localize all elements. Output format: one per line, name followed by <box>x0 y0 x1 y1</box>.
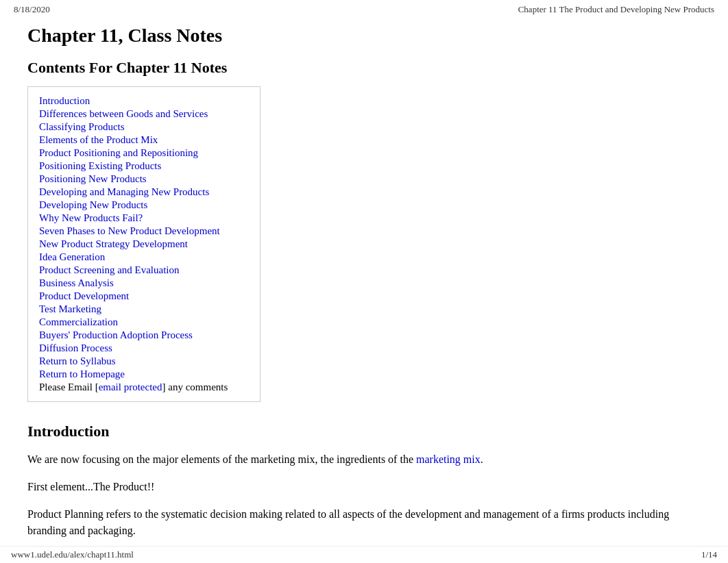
toc-item: Buyers' Production Adoption Process <box>39 329 249 341</box>
bottom-bar: www1.udel.edu/alex/chapt11.html 1/14 <box>0 546 728 563</box>
introduction-section: Introduction We are now focusing on the … <box>27 423 701 563</box>
toc-link[interactable]: Buyers' Production Adoption Process <box>39 329 193 340</box>
toc-link[interactable]: Diffusion Process <box>39 342 112 353</box>
toc-item: Positioning Existing Products <box>39 160 249 172</box>
toc-item: Developing and Managing New Products <box>39 186 249 198</box>
contents-title: Contents For Chapter 11 Notes <box>27 59 701 77</box>
toc-item: Introduction <box>39 95 249 107</box>
top-bar-title: Chapter 11 The Product and Developing Ne… <box>518 4 714 15</box>
toc-link[interactable]: Business Analysis <box>39 277 114 288</box>
toc-link[interactable]: Why New Products Fail? <box>39 212 143 223</box>
toc-item: Return to Syllabus <box>39 355 249 367</box>
toc-link[interactable]: Elements of the Product Mix <box>39 134 158 145</box>
toc-link[interactable]: Return to Syllabus <box>39 355 116 366</box>
toc-item: Product Positioning and Repositioning <box>39 147 249 159</box>
toc-item: Commercialization <box>39 316 249 328</box>
toc-item: Why New Products Fail? <box>39 212 249 224</box>
toc-list: IntroductionDifferences between Goods an… <box>39 95 249 380</box>
toc-link[interactable]: Product Development <box>39 290 129 301</box>
toc-email-line: Please Email [email protected] any comme… <box>39 381 249 393</box>
toc-link[interactable]: Positioning Existing Products <box>39 160 161 171</box>
toc-item: Business Analysis <box>39 277 249 289</box>
toc-item: Elements of the Product Mix <box>39 134 249 146</box>
toc-item: Developing New Products <box>39 199 249 211</box>
toc-link[interactable]: Introduction <box>39 95 90 106</box>
top-bar: 8/18/2020 Chapter 11 The Product and Dev… <box>0 0 728 18</box>
page-title: Chapter 11, Class Notes <box>27 25 701 47</box>
introduction-title: Introduction <box>27 423 701 440</box>
toc-link[interactable]: Product Screening and Evaluation <box>39 264 180 275</box>
toc-item: Classifying Products <box>39 121 249 133</box>
email-link[interactable]: email protected <box>99 381 162 392</box>
toc-link[interactable]: Product Positioning and Repositioning <box>39 147 198 158</box>
toc-link[interactable]: Commercialization <box>39 316 118 327</box>
page-indicator: 1/14 <box>701 549 717 560</box>
toc-item: Return to Homepage <box>39 368 249 380</box>
toc-link[interactable]: New Product Strategy Development <box>39 238 188 249</box>
toc-link[interactable]: Classifying Products <box>39 121 125 132</box>
toc-link[interactable]: Positioning New Products <box>39 173 147 184</box>
toc-link[interactable]: Developing New Products <box>39 199 147 210</box>
toc-item: Idea Generation <box>39 251 249 263</box>
toc-item: Seven Phases to New Product Development <box>39 225 249 237</box>
top-bar-date: 8/18/2020 <box>14 4 50 15</box>
intro-paragraph: First element...The Product!! <box>27 479 701 495</box>
toc-link[interactable]: Idea Generation <box>39 251 105 262</box>
toc-link[interactable]: Test Marketing <box>39 303 101 314</box>
email-prefix: Please Email [ <box>39 381 99 392</box>
toc-item: Diffusion Process <box>39 342 249 354</box>
toc-item: Test Marketing <box>39 303 249 315</box>
intro-paragraph: We are now focusing on the major element… <box>27 451 701 468</box>
toc-link[interactable]: Differences between Goods and Services <box>39 108 208 119</box>
toc-link[interactable]: Seven Phases to New Product Development <box>39 225 220 236</box>
toc-link[interactable]: Return to Homepage <box>39 368 125 379</box>
toc-link[interactable]: Developing and Managing New Products <box>39 186 209 197</box>
toc-container: IntroductionDifferences between Goods an… <box>27 86 260 402</box>
toc-item: Product Screening and Evaluation <box>39 264 249 276</box>
toc-item: Differences between Goods and Services <box>39 108 249 120</box>
email-suffix: ] any comments <box>162 381 228 392</box>
intro-paragraph: Product Planning refers to the systemati… <box>27 506 701 539</box>
toc-item: New Product Strategy Development <box>39 238 249 250</box>
bottom-url: www1.udel.edu/alex/chapt11.html <box>11 549 134 560</box>
toc-item: Product Development <box>39 290 249 302</box>
toc-item: Positioning New Products <box>39 173 249 185</box>
inline-link[interactable]: marketing mix <box>416 453 481 465</box>
main-content: Chapter 11, Class Notes Contents For Cha… <box>0 18 728 563</box>
